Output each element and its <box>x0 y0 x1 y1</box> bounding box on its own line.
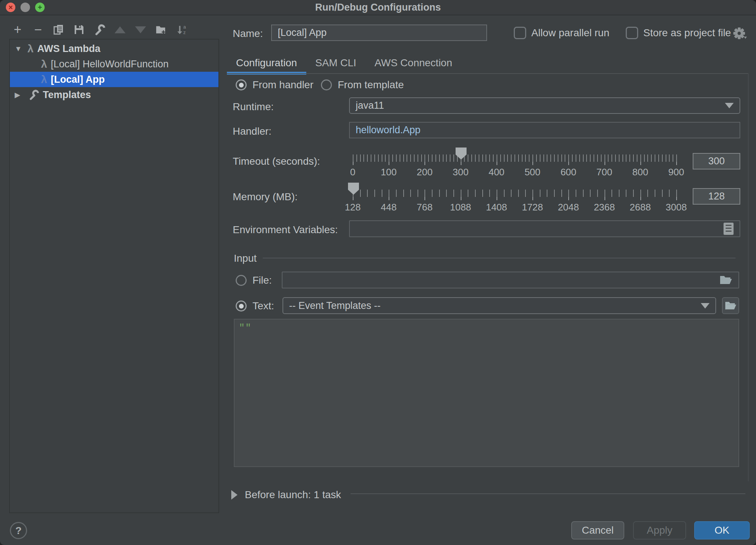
event-text-editor[interactable]: "" <box>234 319 739 467</box>
handler-input[interactable] <box>349 122 740 138</box>
tree-item-local-app[interactable]: λ [Local] App <box>10 72 218 87</box>
browse-list-icon[interactable] <box>723 223 734 235</box>
tabs-separator <box>227 73 748 74</box>
svg-text:a: a <box>183 24 186 30</box>
text-radio[interactable] <box>236 301 247 311</box>
timeout-tick-labels: 0100200300400500600700800900 <box>353 167 677 178</box>
name-label: Name: <box>233 28 263 40</box>
expand-arrow-icon[interactable]: ▶ <box>15 90 22 99</box>
tree-item-aws-lambda[interactable]: ▼ λ AWS Lambda <box>10 41 218 56</box>
save-icon[interactable] <box>73 24 85 36</box>
remove-icon[interactable]: − <box>32 24 44 36</box>
dialog-title: Run/Debug Configurations <box>315 2 441 13</box>
before-launch-line <box>351 493 745 494</box>
apply-button[interactable]: Apply <box>633 521 686 540</box>
before-launch-row[interactable]: Before launch: 1 task <box>231 489 341 501</box>
configurations-tree: ▼ λ AWS Lambda λ [Local] HelloWorldFunct… <box>9 39 219 513</box>
titlebar[interactable]: × + Run/Debug Configurations <box>0 0 756 15</box>
zoom-window-button[interactable]: + <box>35 3 45 12</box>
input-section-line <box>263 258 736 258</box>
event-templates-value: -- Event Templates -- <box>289 300 381 311</box>
from-handler-radio[interactable] <box>236 79 247 90</box>
copy-icon[interactable] <box>53 24 64 36</box>
aws-lambda-icon: λ <box>27 43 34 54</box>
folder-icon[interactable] <box>719 275 733 285</box>
content-panel-border <box>748 73 749 481</box>
add-icon[interactable]: + <box>12 24 23 36</box>
store-as-project-file-checkbox[interactable] <box>626 27 638 39</box>
configurations-toolbar: + − az <box>12 23 187 37</box>
from-handler-option: From handler <box>236 79 314 91</box>
memory-value-field[interactable]: 128 <box>693 188 740 205</box>
run-debug-configurations-dialog: × + Run/Debug Configurations + − az ▼ <box>0 0 756 545</box>
sort-alphabetically-icon[interactable]: az <box>176 24 187 36</box>
folder-icon <box>725 301 737 311</box>
file-radio[interactable] <box>236 275 247 286</box>
name-input[interactable] <box>271 25 487 41</box>
minimize-window-button[interactable] <box>20 3 30 12</box>
text-option: Text: <box>236 300 274 312</box>
tab-configuration[interactable]: Configuration <box>227 53 306 72</box>
environment-variables-field[interactable] <box>349 220 740 237</box>
aws-lambda-icon: λ <box>41 74 47 85</box>
event-templates-select[interactable]: -- Event Templates -- <box>282 297 716 314</box>
new-folder-icon[interactable] <box>155 24 167 36</box>
ok-button[interactable]: OK <box>694 521 750 540</box>
handler-label: Handler: <box>233 126 272 137</box>
open-event-file-button[interactable] <box>722 297 739 314</box>
from-template-radio[interactable] <box>321 79 332 90</box>
allow-parallel-run-checkbox[interactable] <box>514 27 526 39</box>
edit-defaults-wrench-icon[interactable] <box>94 24 105 36</box>
cancel-button[interactable]: Cancel <box>571 521 624 540</box>
expand-arrow-icon[interactable] <box>231 490 237 500</box>
tree-item-templates[interactable]: ▶ Templates <box>10 87 218 102</box>
environment-variables-label: Environment Variables: <box>233 224 338 236</box>
svg-text:z: z <box>183 30 186 35</box>
runtime-select[interactable]: java11 <box>349 97 740 114</box>
memory-label: Memory (MB): <box>233 191 297 203</box>
move-up-icon[interactable] <box>114 24 126 36</box>
chevron-down-icon <box>701 303 710 309</box>
file-option: File: <box>236 275 272 286</box>
from-template-option: From template <box>321 79 404 91</box>
store-as-project-file-option: Store as project file <box>626 27 731 39</box>
help-button[interactable]: ? <box>10 522 27 539</box>
runtime-value: java11 <box>356 100 384 111</box>
editor-text: "" <box>239 322 252 333</box>
tree-item-helloworldfunction[interactable]: λ [Local] HelloWorldFunction <box>10 56 218 72</box>
window-controls: × + <box>6 3 45 12</box>
move-down-icon[interactable] <box>135 24 146 36</box>
timeout-label: Timeout (seconds): <box>233 156 320 167</box>
input-section-label: Input <box>234 253 257 264</box>
tab-sam-cli[interactable]: SAM CLI <box>306 53 366 72</box>
close-window-button[interactable]: × <box>6 3 15 12</box>
runtime-label: Runtime: <box>233 101 274 113</box>
tab-aws-connection[interactable]: AWS Connection <box>366 53 461 72</box>
chevron-down-icon <box>725 103 734 108</box>
allow-parallel-run-option: Allow parallel run <box>514 27 609 39</box>
config-tabs: Configuration SAM CLI AWS Connection <box>227 53 461 72</box>
timeout-value-field[interactable]: 300 <box>693 153 740 169</box>
collapse-arrow-icon[interactable]: ▼ <box>15 45 22 53</box>
memory-tick-labels: 1284487681088140817282048236826883008 <box>353 202 677 213</box>
file-path-field[interactable] <box>282 272 739 288</box>
templates-wrench-icon <box>28 89 39 100</box>
aws-lambda-icon: λ <box>41 59 47 70</box>
store-options-gear-icon[interactable] <box>733 27 747 42</box>
